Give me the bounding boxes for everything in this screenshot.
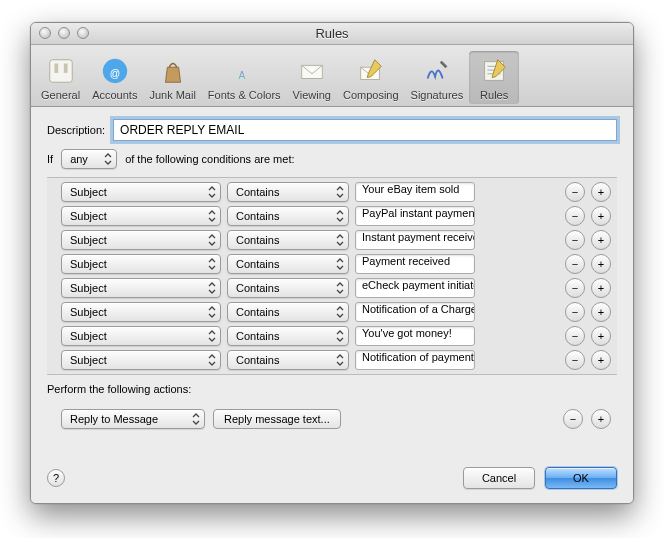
popup-value: Contains [236, 306, 279, 318]
tab-junk-mail[interactable]: Junk Mail [143, 51, 201, 104]
chevron-up-down-icon [336, 330, 344, 342]
chevron-up-down-icon [336, 258, 344, 270]
condition-row: SubjectContainseCheck payment initiated−… [47, 278, 617, 298]
remove-condition-button[interactable]: − [565, 326, 585, 346]
plus-icon: + [598, 331, 604, 342]
popup-value: Contains [236, 330, 279, 342]
cancel-button[interactable]: Cancel [463, 467, 535, 489]
add-action-button[interactable]: + [591, 409, 611, 429]
tab-signatures[interactable]: Signatures [405, 51, 470, 104]
perform-label: Perform the following actions: [47, 383, 617, 395]
plus-icon: + [598, 235, 604, 246]
add-condition-button[interactable]: + [591, 326, 611, 346]
reply-text-button[interactable]: Reply message text... [213, 409, 341, 429]
condition-field-popup[interactable]: Subject [61, 350, 221, 370]
condition-row: SubjectContainsYou've got money!−+ [47, 326, 617, 346]
condition-operator-popup[interactable]: Contains [227, 278, 349, 298]
condition-field-popup[interactable]: Subject [61, 326, 221, 346]
rules-icon [478, 55, 510, 87]
condition-field-popup[interactable]: Subject [61, 182, 221, 202]
chevron-up-down-icon [208, 210, 216, 222]
description-input[interactable] [113, 119, 617, 141]
any-all-popup[interactable]: any [61, 149, 117, 169]
if-suffix-label: of the following conditions are met: [125, 153, 294, 165]
titlebar: Rules [31, 23, 633, 45]
add-condition-button[interactable]: + [591, 206, 611, 226]
tab-rules[interactable]: Rules [469, 51, 519, 104]
add-condition-button[interactable]: + [591, 254, 611, 274]
chevron-up-down-icon [104, 153, 112, 165]
minus-icon: − [572, 187, 578, 198]
condition-field-popup[interactable]: Subject [61, 206, 221, 226]
chevron-up-down-icon [336, 306, 344, 318]
description-row: Description: [47, 119, 617, 141]
condition-value-input[interactable]: PayPal instant payment [355, 206, 475, 226]
popup-value: Subject [70, 234, 107, 246]
tab-general[interactable]: General [35, 51, 86, 104]
tab-accounts[interactable]: @ Accounts [86, 51, 143, 104]
button-label: Cancel [482, 472, 516, 484]
condition-value-input[interactable]: Instant payment received [355, 230, 475, 250]
minus-icon: − [572, 235, 578, 246]
close-window-button[interactable] [39, 27, 51, 39]
chevron-up-down-icon [208, 330, 216, 342]
condition-value-input[interactable]: You've got money! [355, 326, 475, 346]
condition-operator-popup[interactable]: Contains [227, 326, 349, 346]
popup-value: Reply to Message [70, 413, 158, 425]
remove-condition-button[interactable]: − [565, 278, 585, 298]
remove-condition-button[interactable]: − [565, 254, 585, 274]
remove-condition-button[interactable]: − [565, 206, 585, 226]
condition-operator-popup[interactable]: Contains [227, 182, 349, 202]
condition-row: SubjectContainsPayment received−+ [47, 254, 617, 274]
remove-condition-button[interactable]: − [565, 302, 585, 322]
help-button[interactable]: ? [47, 469, 65, 487]
condition-operator-popup[interactable]: Contains [227, 302, 349, 322]
condition-field-popup[interactable]: Subject [61, 302, 221, 322]
condition-operator-popup[interactable]: Contains [227, 206, 349, 226]
add-condition-button[interactable]: + [591, 278, 611, 298]
tab-label: Fonts & Colors [208, 89, 281, 101]
sheet-footer: ? Cancel OK [47, 461, 617, 489]
tab-label: Signatures [411, 89, 464, 101]
remove-action-button[interactable]: − [563, 409, 583, 429]
minus-icon: − [572, 355, 578, 366]
popup-value: Subject [70, 210, 107, 222]
popup-value: Contains [236, 234, 279, 246]
condition-field-popup[interactable]: Subject [61, 278, 221, 298]
condition-field-popup[interactable]: Subject [61, 254, 221, 274]
condition-operator-popup[interactable]: Contains [227, 350, 349, 370]
ok-button[interactable]: OK [545, 467, 617, 489]
pencil-envelope-icon [355, 55, 387, 87]
if-row: If any of the following conditions are m… [47, 149, 617, 169]
tab-viewing[interactable]: Viewing [287, 51, 337, 104]
add-condition-button[interactable]: + [591, 302, 611, 322]
popup-value: Subject [70, 354, 107, 366]
minimize-window-button[interactable] [58, 27, 70, 39]
tab-label: Junk Mail [149, 89, 195, 101]
tab-composing[interactable]: Composing [337, 51, 405, 104]
switches-icon [45, 55, 77, 87]
condition-value-input[interactable]: Your eBay item sold [355, 182, 475, 202]
remove-condition-button[interactable]: − [565, 230, 585, 250]
chevron-up-down-icon [208, 234, 216, 246]
add-condition-button[interactable]: + [591, 182, 611, 202]
condition-value-input[interactable]: Notification of payment [355, 350, 475, 370]
add-condition-button[interactable]: + [591, 350, 611, 370]
remove-condition-button[interactable]: − [565, 350, 585, 370]
action-popup[interactable]: Reply to Message [61, 409, 205, 429]
chevron-up-down-icon [336, 210, 344, 222]
zoom-window-button[interactable] [77, 27, 89, 39]
condition-value-input[interactable]: eCheck payment initiated [355, 278, 475, 298]
condition-field-popup[interactable]: Subject [61, 230, 221, 250]
description-label: Description: [47, 124, 105, 136]
svg-text:A: A [239, 70, 246, 81]
remove-condition-button[interactable]: − [565, 182, 585, 202]
condition-operator-popup[interactable]: Contains [227, 254, 349, 274]
window-controls [39, 27, 89, 39]
add-condition-button[interactable]: + [591, 230, 611, 250]
envelope-eye-icon [296, 55, 328, 87]
condition-value-input[interactable]: Payment received [355, 254, 475, 274]
condition-value-input[interactable]: Notification of a Chargeback [355, 302, 475, 322]
condition-operator-popup[interactable]: Contains [227, 230, 349, 250]
tab-fonts-colors[interactable]: A Fonts & Colors [202, 51, 287, 104]
